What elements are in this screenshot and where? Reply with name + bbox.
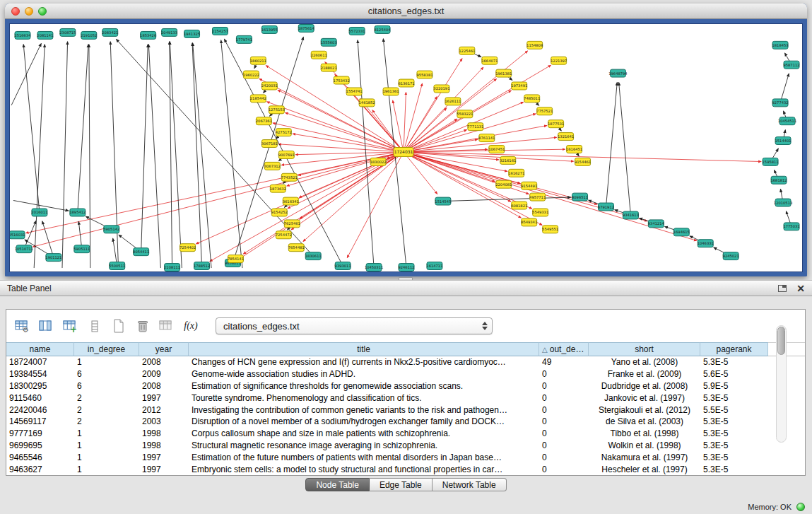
graph-node[interactable]: 7485011 [524, 95, 540, 103]
graph-node[interactable]: 5549551 [542, 226, 558, 233]
graph-node[interactable]: 8549341 [521, 218, 537, 226]
graph-node[interactable]: 6136171 [398, 79, 414, 87]
graph-node[interactable]: 3216161 [500, 156, 516, 164]
graph-node[interactable]: 5583221 [457, 110, 473, 118]
graph-node[interactable]: 1555603 [321, 38, 337, 46]
graph-node[interactable]: 1694615 [673, 228, 690, 236]
graph-node[interactable]: 9341214 [648, 220, 664, 228]
graph-node[interactable]: 2081141 [37, 31, 53, 39]
table-row[interactable]: 946554611997Estimation of the future num… [6, 451, 805, 463]
graph-node[interactable]: 5905111 [73, 245, 90, 253]
graph-node[interactable]: 1853426 [140, 31, 156, 39]
graph-node[interactable]: 12010513 [774, 199, 792, 206]
graph-node[interactable]: 1554741 [346, 88, 363, 95]
table-selector-dropdown[interactable]: citations_edges.txt [216, 317, 493, 334]
graph-node[interactable]: 8096511 [572, 193, 588, 201]
graph-node[interactable]: 9341613 [623, 211, 639, 219]
graph-node[interactable]: 9246112 [398, 264, 414, 271]
graph-node[interactable]: 19648794 [608, 69, 627, 77]
graph-node[interactable]: 1788512 [194, 262, 210, 270]
graph-node[interactable]: 10450311 [365, 264, 383, 271]
graph-node[interactable]: 5905142 [103, 226, 119, 233]
graph-node[interactable]: 2308715 [59, 28, 76, 36]
graph-node[interactable]: 2154257 [212, 27, 228, 35]
table-row[interactable]: 946362711997Embryonic stem cells: a mode… [6, 463, 805, 475]
graph-node[interactable]: 6791912 [598, 203, 614, 211]
graph-node[interactable]: 2420031 [261, 82, 278, 90]
graph-node[interactable]: 1877531 [548, 120, 564, 128]
graph-node[interactable]: 1275153 [269, 106, 285, 114]
column-header-short[interactable]: short [589, 342, 700, 356]
graph-node[interactable]: 2516634 [14, 31, 30, 39]
new-table-icon[interactable] [110, 317, 128, 334]
show-columns-icon[interactable] [37, 317, 56, 334]
graph-node[interactable]: 2067361 [256, 117, 272, 125]
graph-node[interactable]: 3067312 [264, 162, 281, 170]
graph-node[interactable]: 2185442 [250, 95, 266, 103]
tab-edge-table[interactable]: Edge Table [370, 478, 433, 491]
graph-node[interactable]: 9587112 [783, 61, 799, 69]
graph-node[interactable]: 1875614 [298, 24, 314, 32]
table-mode-icon[interactable]: ⚙ [13, 317, 32, 334]
graph-node[interactable]: 2516031 [9, 231, 25, 239]
float-panel-icon[interactable] [778, 285, 787, 292]
table-row[interactable]: 1830029562008Estimation of significance … [6, 380, 805, 392]
graph-node[interactable]: 2204081 [495, 180, 512, 188]
graph-node[interactable]: 7625461 [284, 220, 300, 228]
graph-node[interactable]: 7854141 [228, 255, 244, 263]
graph-node[interactable]: 8054411 [133, 248, 149, 256]
window-titlebar[interactable]: citations_edges.txt [5, 4, 807, 19]
graph-node[interactable]: 1973491 [511, 82, 527, 90]
graph-node[interactable]: 1901121 [45, 254, 61, 262]
column-header-year[interactable]: year [139, 342, 189, 356]
table-row[interactable]: 911546021997Tourette syndrome. Phenomeno… [6, 392, 805, 404]
function-builder-icon[interactable]: f(x) [182, 317, 200, 334]
graph-node[interactable]: 1221397 [551, 57, 567, 64]
graph-node[interactable]: 5500511 [109, 262, 125, 270]
new-column-icon[interactable]: + [61, 317, 80, 334]
graph-node[interactable]: 2016011 [31, 209, 47, 216]
graph-node[interactable]: 1779741 [236, 35, 252, 43]
table-row[interactable]: 2242004622012Investigating the contribut… [6, 404, 805, 416]
graph-node[interactable]: 7254472 [276, 231, 292, 239]
graph-node[interactable]: 1614711 [426, 262, 442, 270]
graph-node[interactable]: 2191052 [81, 31, 97, 39]
scrollbar-thumb[interactable] [777, 327, 785, 355]
graph-node[interactable]: 1753432 [334, 76, 350, 84]
graph-node[interactable]: 1818453 [772, 41, 789, 49]
graph-node[interactable]: 1616451 [566, 146, 582, 153]
graph-node[interactable]: 1860211 [250, 57, 266, 64]
tab-node-table[interactable]: Node Table [305, 478, 370, 491]
vertical-scrollbar[interactable] [776, 325, 787, 443]
graph-hub-node[interactable]: 1724031 [394, 148, 413, 157]
graph-node[interactable]: 1961381 [495, 69, 512, 77]
graph-node[interactable]: 4275172 [276, 129, 292, 136]
graph-node[interactable]: 1681812 [771, 176, 787, 184]
graph-node[interactable]: 7757521 [536, 107, 553, 115]
network-view[interactable]: 2516634208114123087152191052208342118534… [9, 23, 803, 272]
table-row[interactable]: 969969511998Structural magnetic resonanc… [6, 440, 805, 452]
graph-node[interactable]: 3067181 [261, 140, 278, 148]
graph-node[interactable]: 1321641 [558, 133, 574, 141]
graph-node[interactable]: 1616271 [508, 169, 524, 177]
graph-node[interactable]: 1154808 [526, 41, 543, 49]
graph-node[interactable]: 9154252 [271, 209, 288, 216]
close-window-button[interactable] [11, 7, 20, 16]
graph-node[interactable]: 1873632 [270, 185, 286, 192]
graph-node[interactable]: 1626111 [445, 98, 461, 105]
column-header-in-degree[interactable]: in_degree [74, 342, 139, 356]
graph-node[interactable]: 1775031 [783, 223, 799, 230]
column-header-name[interactable]: name [6, 342, 74, 356]
graph-node[interactable]: 2049133 [161, 28, 177, 36]
column-header-title[interactable]: title [189, 342, 539, 356]
graph-node[interactable]: 4957711 [529, 193, 546, 201]
graph-node[interactable]: 7254402 [180, 244, 196, 252]
graph-node[interactable]: 2188021 [321, 64, 337, 71]
graph-node[interactable]: 9154491 [521, 182, 537, 189]
graph-node[interactable]: 2260611 [311, 51, 327, 59]
graph-node[interactable]: 1664071 [481, 57, 498, 64]
graph-node[interactable]: 9245021 [723, 252, 739, 260]
row-height-icon[interactable] [86, 317, 104, 334]
graph-node[interactable]: 9154461 [575, 158, 591, 165]
graph-node[interactable]: 3616341 [283, 197, 299, 205]
